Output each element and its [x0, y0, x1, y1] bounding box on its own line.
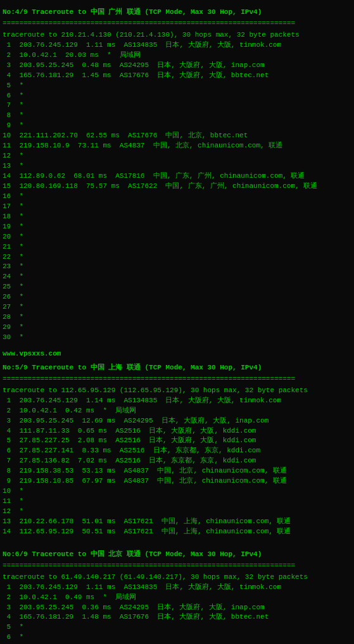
trace-line-1-2: 2 10.0.42.1 0.42 ms * 局域网	[3, 406, 351, 416]
trace-line-2-4: 4 165.76.181.29 1.48 ms AS17676 日本, 大阪府,…	[3, 612, 351, 622]
trace-line-0-9: 9 *	[3, 121, 351, 131]
trace-line-1-5: 5 27.85.227.25 2.08 ms AS2516 日本, 大阪府, 大…	[3, 436, 351, 446]
trace-line-0-23: 23 *	[3, 262, 351, 272]
trace-line-0-30: 30 *	[3, 333, 351, 343]
trace-line-2-5: 5 *	[3, 622, 351, 633]
trace-line-2-2: 2 10.0.42.1 0.49 ms * 局域网	[3, 593, 351, 603]
trace-line-0-8: 8 *	[3, 111, 351, 121]
trace-line-1-0: traceroute to 112.65.95.129 (112.65.95.1…	[3, 386, 351, 396]
trace-line-0-28: 28 *	[3, 313, 351, 323]
trace-line-2-0: traceroute to 61.49.140.217 (61.49.140.2…	[3, 573, 351, 583]
trace-line-1-1: 1 203.76.245.129 1.14 ms AS134835 日本, 大阪…	[3, 396, 351, 406]
trace-line-0-24: 24 *	[3, 272, 351, 282]
trace-line-1-13: 13 210.22.66.178 51.01 ms AS17621 中国, 上海…	[3, 517, 351, 527]
trace-line-0-2: 2 10.0.42.1 20.03 ms * 局域网	[3, 51, 351, 61]
trace-line-0-20: 20 *	[3, 232, 351, 242]
trace-line-0-18: 18 *	[3, 212, 351, 222]
trace-line-0-13: 13 *	[3, 161, 351, 171]
site-name-1: www.vpsxxs.com	[3, 349, 351, 359]
trace-line-1-9: 9 219.158.10.85 67.97 ms AS4837 中国, 北京, …	[3, 476, 351, 486]
trace-line-0-25: 25 *	[3, 282, 351, 292]
trace-line-1-6: 6 27.85.227.141 8.33 ms AS2516 日本, 东京都, …	[3, 446, 351, 456]
divider-1: ========================================…	[3, 375, 351, 385]
trace-line-2-6: 6 *	[3, 633, 351, 643]
section-header-1: No:5/9 Traceroute to 中国 上海 联通 (TCP Mode,…	[3, 363, 351, 373]
trace-line-1-14: 14 112.65.95.129 50.51 ms AS17621 中国, 上海…	[3, 527, 351, 537]
trace-line-0-5: 5 *	[3, 81, 351, 91]
trace-line-0-7: 7 *	[3, 101, 351, 111]
trace-line-0-19: 19 *	[3, 222, 351, 232]
trace-line-0-12: 12 *	[3, 151, 351, 161]
trace-line-0-4: 4 165.76.181.29 1.45 ms AS17676 日本, 大阪府,…	[3, 71, 351, 81]
blank-line-2	[3, 537, 351, 546]
trace-line-0-6: 6 *	[3, 91, 351, 101]
trace-line-0-17: 17 *	[3, 202, 351, 212]
trace-line-0-1: 1 203.76.245.129 1.11 ms AS134835 日本, 大阪…	[3, 40, 351, 51]
trace-line-1-8: 8 219.158.38.53 53.13 ms AS4837 中国, 北京, …	[3, 466, 351, 476]
trace-line-1-4: 4 111.87.11.33 0.65 ms AS2516 日本, 大阪府, 大…	[3, 426, 351, 437]
trace-line-1-11: 11 *	[3, 497, 351, 507]
trace-line-0-27: 27 *	[3, 302, 351, 313]
trace-line-2-1: 1 203.76.245.129 1.11 ms AS134835 日本, 大阪…	[3, 583, 351, 593]
trace-line-1-3: 3 203.95.25.245 12.69 ms AS24295 日本, 大阪府…	[3, 416, 351, 426]
trace-line-1-12: 12 *	[3, 507, 351, 517]
section-header-2: No:6/9 Traceroute to 中国 北京 联通 (TCP Mode,…	[3, 550, 351, 560]
trace-line-1-10: 10 *	[3, 486, 351, 497]
app-container: No:4/9 Traceroute to 中国 广州 联通 (TCP Mode,…	[3, 8, 351, 644]
trace-line-0-21: 21 *	[3, 242, 351, 252]
trace-line-1-7: 7 27.85.136.82 7.02 ms AS2516 日本, 东京都, 东…	[3, 456, 351, 466]
trace-line-0-26: 26 *	[3, 292, 351, 302]
trace-line-0-3: 3 203.95.25.245 0.48 ms AS24295 日本, 大阪府,…	[3, 61, 351, 71]
trace-line-0-22: 22 *	[3, 252, 351, 263]
trace-line-0-0: traceroute to 210.21.4.130 (210.21.4.130…	[3, 30, 351, 40]
trace-line-0-10: 10 221.111.202.70 62.55 ms AS17676 中国, 北…	[3, 131, 351, 141]
trace-line-0-14: 14 112.89.0.62 68.01 ms AS17816 中国, 广东, …	[3, 171, 351, 182]
trace-line-0-16: 16 *	[3, 192, 351, 202]
trace-line-0-15: 15 120.80.169.118 75.57 ms AS17622 中国, 广…	[3, 182, 351, 192]
trace-line-0-29: 29 *	[3, 323, 351, 333]
section-header-0: No:4/9 Traceroute to 中国 广州 联通 (TCP Mode,…	[3, 8, 351, 18]
divider-0: ========================================…	[3, 19, 351, 29]
trace-line-2-3: 3 203.95.25.245 0.36 ms AS24295 日本, 大阪府,…	[3, 603, 351, 613]
divider-2: ========================================…	[3, 561, 351, 571]
trace-line-0-11: 11 219.158.10.9 73.11 ms AS4837 中国, 北京, …	[3, 141, 351, 151]
